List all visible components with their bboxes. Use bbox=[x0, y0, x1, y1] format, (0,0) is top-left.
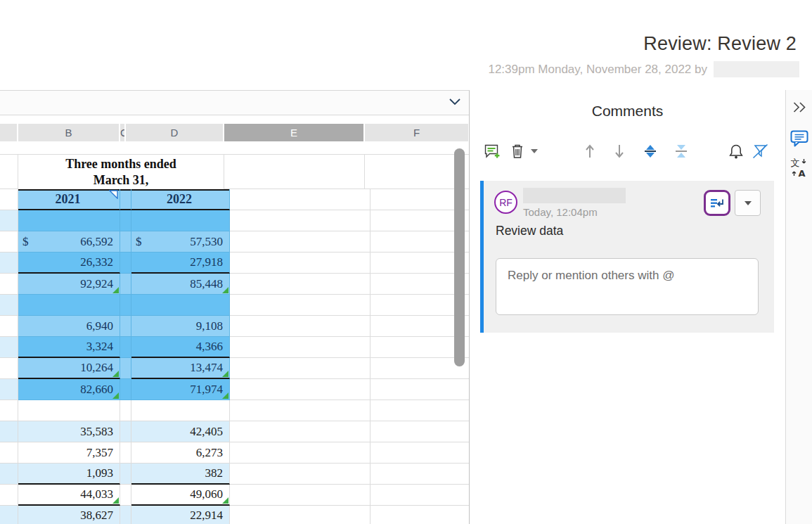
column-header-e[interactable]: E bbox=[224, 124, 365, 141]
cell-col-a[interactable] bbox=[0, 274, 18, 295]
cell-col-c[interactable] bbox=[120, 274, 131, 295]
cell-col-a[interactable] bbox=[0, 358, 18, 379]
previous-comment-icon[interactable] bbox=[579, 141, 600, 162]
cell-col-d[interactable]: 2022 bbox=[131, 189, 230, 210]
cell-col-b[interactable]: 35,583 bbox=[18, 421, 120, 442]
cell-col-f[interactable] bbox=[370, 506, 470, 524]
cell-col-b[interactable] bbox=[18, 210, 120, 231]
cell-col-e[interactable] bbox=[230, 274, 370, 295]
cell-col-c[interactable] bbox=[120, 231, 131, 253]
cell-col-c[interactable] bbox=[120, 189, 131, 210]
cell-col-a[interactable] bbox=[0, 421, 18, 442]
column-header-d[interactable]: D bbox=[126, 124, 224, 141]
cell-col-b[interactable]: 38,627 bbox=[18, 506, 120, 524]
cell-col-e[interactable] bbox=[230, 506, 370, 524]
cell-col-a[interactable] bbox=[0, 464, 18, 485]
expand-all-icon[interactable] bbox=[640, 141, 661, 162]
filter-off-icon[interactable] bbox=[749, 141, 771, 162]
next-comment-icon[interactable] bbox=[609, 141, 630, 162]
cell-col-a[interactable] bbox=[0, 295, 18, 316]
cell-col-e[interactable] bbox=[230, 316, 370, 337]
cell-col-f[interactable] bbox=[370, 442, 470, 464]
cell-col-e[interactable] bbox=[224, 155, 365, 189]
reply-input[interactable]: Reply or mention others with @ bbox=[496, 258, 759, 315]
cell-col-f[interactable] bbox=[370, 464, 470, 485]
cell-col-e[interactable] bbox=[230, 295, 370, 316]
cell-col-d[interactable]: 22,914 bbox=[131, 506, 230, 524]
cell-col-e[interactable] bbox=[230, 400, 370, 421]
cell-col-d[interactable]: 6,273 bbox=[131, 442, 230, 464]
cell-col-c[interactable] bbox=[120, 295, 131, 316]
cell-col-d[interactable]: 13,474 bbox=[131, 358, 230, 379]
cell-col-e[interactable] bbox=[230, 464, 370, 485]
cell-col-b[interactable]: $66,592 bbox=[18, 231, 120, 253]
delete-menu-caret-icon[interactable] bbox=[527, 141, 541, 162]
cell-col-e[interactable] bbox=[230, 189, 370, 210]
cell-col-c[interactable] bbox=[120, 421, 131, 442]
cell-col-a[interactable] bbox=[0, 506, 18, 524]
cell-col-a[interactable] bbox=[0, 442, 18, 464]
cell-col-a[interactable] bbox=[0, 253, 18, 274]
cell-col-d[interactable]: $57,530 bbox=[131, 231, 230, 253]
cell-col-d[interactable]: 49,060 bbox=[131, 485, 230, 506]
cell-col-e[interactable] bbox=[230, 485, 370, 506]
cell-col-a[interactable] bbox=[0, 337, 18, 358]
notifications-bell-icon[interactable] bbox=[726, 141, 747, 162]
cell-col-a[interactable] bbox=[0, 155, 18, 189]
cell-col-f[interactable] bbox=[370, 485, 470, 506]
comments-rail-icon[interactable] bbox=[790, 129, 808, 148]
cell-col-c[interactable] bbox=[120, 464, 131, 485]
cell-col-e[interactable] bbox=[230, 231, 370, 253]
vertical-scrollbar[interactable] bbox=[454, 148, 465, 366]
mark-resolved-icon[interactable] bbox=[704, 190, 730, 216]
cell-col-b[interactable]: 1,093 bbox=[18, 464, 120, 485]
cell-col-f[interactable] bbox=[370, 400, 470, 421]
cell-col-b[interactable] bbox=[18, 295, 120, 316]
cell-col-a[interactable] bbox=[0, 189, 18, 210]
column-header-c[interactable]: C bbox=[120, 124, 126, 141]
cell-col-b[interactable]: 6,940 bbox=[18, 316, 120, 337]
cell-col-e[interactable] bbox=[230, 442, 370, 464]
collapse-panel-icon[interactable] bbox=[792, 101, 806, 113]
cell-col-e[interactable] bbox=[230, 210, 370, 231]
cell-col-c[interactable] bbox=[120, 379, 131, 400]
delete-comment-icon[interactable] bbox=[507, 141, 528, 162]
cell-col-d[interactable]: 42,405 bbox=[131, 421, 230, 442]
cell-col-c[interactable] bbox=[120, 506, 131, 524]
cell-col-f[interactable] bbox=[370, 421, 470, 442]
column-header-a[interactable] bbox=[0, 124, 18, 141]
cell-col-d[interactable]: 382 bbox=[131, 464, 230, 485]
cell-col-d[interactable]: 85,448 bbox=[131, 274, 230, 295]
cell-col-a[interactable] bbox=[0, 231, 18, 253]
cell-col-d[interactable]: 9,108 bbox=[131, 316, 230, 337]
cell-col-c[interactable] bbox=[120, 253, 131, 274]
cell-col-e[interactable] bbox=[230, 379, 370, 400]
cell-col-f[interactable] bbox=[370, 379, 470, 400]
cell-col-b[interactable] bbox=[18, 400, 120, 421]
column-header-b[interactable]: B bbox=[18, 124, 120, 141]
cell-col-b[interactable]: 3,324 bbox=[18, 337, 120, 358]
cell-col-b[interactable]: 44,033 bbox=[18, 485, 120, 506]
cell-col-a[interactable] bbox=[0, 379, 18, 400]
cell-col-e[interactable] bbox=[230, 253, 370, 274]
cell-col-c[interactable] bbox=[120, 337, 131, 358]
cell-col-b[interactable]: 26,332 bbox=[18, 253, 120, 274]
cell-col-b[interactable]: 92,924 bbox=[18, 274, 120, 295]
cell-col-a[interactable] bbox=[0, 485, 18, 506]
collapse-all-icon[interactable] bbox=[671, 141, 692, 162]
cell-col-e[interactable] bbox=[230, 358, 370, 379]
cell-col-d[interactable]: 71,974 bbox=[131, 379, 230, 400]
cell-col-a[interactable] bbox=[0, 400, 18, 421]
translate-icon[interactable]: 文 A bbox=[790, 158, 808, 177]
cell-col-d[interactable]: 27,918 bbox=[131, 253, 230, 274]
cell-col-b[interactable]: 2021 bbox=[18, 189, 120, 210]
cell-col-c[interactable] bbox=[120, 442, 131, 464]
add-comment-icon[interactable] bbox=[481, 141, 502, 162]
cell-col-d[interactable] bbox=[131, 400, 230, 421]
cell-col-c[interactable] bbox=[120, 400, 131, 421]
cell-col-a[interactable] bbox=[0, 210, 18, 231]
cell-col-c[interactable] bbox=[120, 485, 131, 506]
cell-col-d[interactable] bbox=[131, 210, 230, 231]
cell-col-e[interactable] bbox=[230, 421, 370, 442]
cell-col-b[interactable]: 82,660 bbox=[18, 379, 120, 400]
